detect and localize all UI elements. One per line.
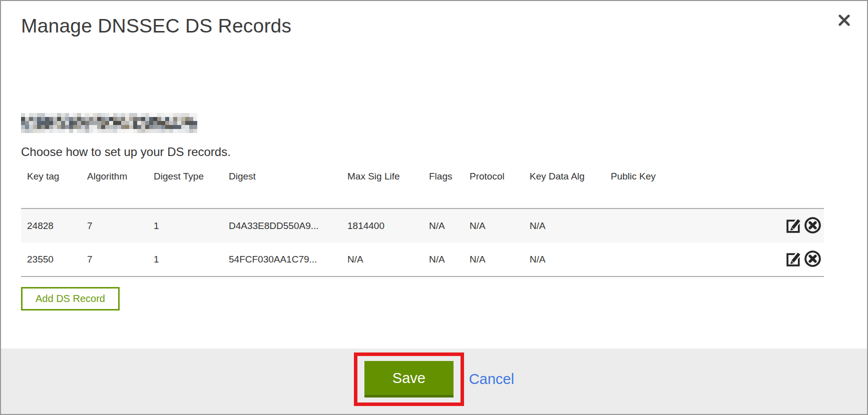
ds-records-table: Key tag Algorithm Digest Type Digest Max… (21, 165, 824, 277)
column-header-digest-type: Digest Type (148, 165, 223, 208)
cell-flags: N/A (423, 242, 464, 276)
cell-digest: 54FCF030AA1C79... (223, 242, 341, 276)
cell-algorithm: 7 (81, 208, 148, 242)
close-button[interactable] (835, 12, 853, 30)
cell-max-sig-life: 1814400 (341, 208, 423, 242)
add-ds-record-button[interactable]: Add DS Record (21, 287, 120, 310)
edit-record-button[interactable] (785, 250, 803, 270)
cell-digest: D4A33E8DD550A9... (223, 208, 341, 242)
cell-protocol: N/A (464, 242, 524, 276)
edit-record-button[interactable] (785, 216, 803, 236)
column-header-algorithm: Algorithm (81, 165, 148, 208)
cell-key-tag: 23550 (21, 242, 81, 276)
close-icon (837, 14, 851, 28)
cell-protocol: N/A (464, 208, 524, 242)
instruction-text: Choose how to set up your DS records. (21, 145, 231, 159)
cell-algorithm: 7 (81, 242, 148, 276)
table-row: 23550 7 1 54FCF030AA1C79... N/A N/A N/A … (21, 242, 824, 276)
cell-key-tag: 24828 (21, 208, 81, 242)
delete-record-button[interactable] (803, 216, 822, 236)
cell-key-data-alg: N/A (524, 242, 605, 276)
modal-title: Manage DNSSEC DS Records (21, 15, 291, 37)
delete-icon (803, 228, 822, 236)
column-header-actions (776, 165, 824, 208)
cancel-link[interactable]: Cancel (469, 371, 514, 388)
column-header-max-sig-life: Max Sig Life (341, 165, 423, 208)
table-header-row: Key tag Algorithm Digest Type Digest Max… (21, 165, 824, 208)
edit-icon (785, 262, 803, 270)
table-row: 24828 7 1 D4A33E8DD550A9... 1814400 N/A … (21, 208, 824, 242)
cell-public-key (605, 242, 776, 276)
save-highlight-annotation: Save (354, 352, 464, 406)
column-header-flags: Flags (423, 165, 464, 208)
column-header-protocol: Protocol (464, 165, 524, 208)
column-header-digest: Digest (223, 165, 341, 208)
cell-max-sig-life: N/A (341, 242, 423, 276)
modal-footer: Save Cancel (1, 348, 867, 414)
delete-icon (803, 262, 822, 270)
column-header-key-tag: Key tag (21, 165, 81, 208)
manage-dnssec-modal: Manage DNSSEC DS Records Choose how to s… (0, 0, 868, 415)
cell-public-key (605, 208, 776, 242)
edit-icon (785, 228, 803, 236)
redacted-domain (21, 113, 197, 133)
save-button[interactable]: Save (364, 361, 454, 398)
cell-key-data-alg: N/A (524, 208, 605, 242)
cell-digest-type: 1 (148, 242, 223, 276)
cell-digest-type: 1 (148, 208, 223, 242)
column-header-key-data-alg: Key Data Alg (524, 165, 605, 208)
column-header-public-key: Public Key (605, 165, 776, 208)
cell-flags: N/A (423, 208, 464, 242)
delete-record-button[interactable] (803, 250, 822, 270)
